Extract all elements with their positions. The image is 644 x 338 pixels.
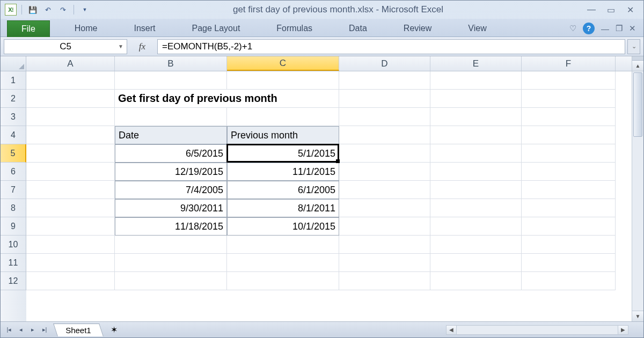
cell[interactable] — [115, 71, 227, 90]
cell[interactable] — [26, 236, 115, 254]
cell[interactable] — [26, 144, 115, 163]
cell[interactable] — [522, 144, 616, 163]
cell[interactable] — [430, 108, 522, 126]
col-header-b[interactable]: B — [115, 56, 227, 71]
cell-prev[interactable]: 6/1/2005 — [227, 181, 339, 199]
row-header-9[interactable]: 9 — [1, 217, 26, 236]
cell[interactable] — [430, 199, 522, 217]
cell[interactable] — [26, 217, 115, 236]
cell[interactable] — [430, 254, 522, 272]
cell[interactable] — [26, 71, 115, 90]
row-header-8[interactable]: 8 — [1, 199, 26, 217]
undo-icon[interactable]: ↶ — [42, 4, 54, 16]
cell[interactable] — [339, 71, 430, 90]
cell[interactable] — [430, 217, 522, 236]
cell[interactable] — [26, 108, 115, 126]
cell[interactable] — [430, 272, 522, 290]
col-header-d[interactable]: D — [339, 56, 430, 71]
cell[interactable] — [227, 272, 339, 290]
row-header-3[interactable]: 3 — [1, 108, 26, 126]
cell[interactable] — [522, 90, 616, 108]
cell-date[interactable]: 7/4/2005 — [115, 181, 227, 199]
cell[interactable] — [522, 71, 616, 90]
file-tab[interactable]: File — [7, 20, 50, 37]
redo-icon[interactable]: ↷ — [57, 4, 69, 16]
cell[interactable] — [227, 71, 339, 90]
cell-prev[interactable]: 8/1/2011 — [227, 199, 339, 217]
hscroll-track[interactable] — [457, 325, 618, 335]
cell-date[interactable]: 6/5/2015 — [115, 144, 227, 163]
cell[interactable] — [339, 236, 430, 254]
ribbon-restore-icon[interactable]: ❐ — [616, 24, 623, 33]
maximize-icon[interactable]: ▭ — [605, 5, 617, 14]
scroll-down-icon[interactable]: ▼ — [632, 311, 643, 321]
cell-grid[interactable]: Get first day of previous month DatePrev… — [26, 71, 643, 321]
row-header-6[interactable]: 6 — [1, 163, 26, 181]
cell[interactable] — [339, 90, 430, 108]
cell[interactable] — [227, 90, 339, 108]
ribbon-minimize-icon[interactable]: — — [601, 24, 609, 33]
customize-qat-icon[interactable]: ▼ — [79, 4, 91, 16]
cell[interactable] — [522, 126, 616, 144]
help-icon[interactable]: ? — [583, 23, 595, 34]
row-header-2[interactable]: 2 — [1, 90, 26, 108]
cell[interactable] — [26, 199, 115, 217]
new-sheet-icon[interactable]: ✶ — [108, 325, 121, 335]
cell[interactable] — [522, 199, 616, 217]
col-header-e[interactable]: E — [430, 56, 522, 71]
scroll-track[interactable] — [632, 71, 643, 311]
row-header-12[interactable]: 12 — [1, 272, 26, 290]
vertical-scrollbar[interactable]: ▲ ▼ — [632, 71, 643, 321]
cell[interactable] — [522, 163, 616, 181]
table-header-date[interactable]: Date — [115, 126, 227, 144]
cell[interactable] — [522, 254, 616, 272]
cell-date[interactable]: 11/18/2015 — [115, 217, 227, 236]
col-header-a[interactable]: A — [26, 56, 115, 71]
cell[interactable] — [522, 272, 616, 290]
cell[interactable] — [522, 217, 616, 236]
cell[interactable] — [26, 126, 115, 144]
cell-date[interactable]: 9/30/2011 — [115, 199, 227, 217]
cell[interactable] — [339, 163, 430, 181]
tab-review[interactable]: Review — [392, 20, 443, 36]
col-header-f[interactable]: F — [522, 56, 616, 71]
tab-data[interactable]: Data — [337, 20, 379, 36]
cell-prev[interactable]: 11/1/2015 — [227, 163, 339, 181]
sheet-title[interactable]: Get first day of previous month — [115, 90, 227, 108]
row-header-5[interactable]: 5 — [1, 144, 26, 163]
tab-formulas[interactable]: Formulas — [265, 20, 324, 36]
cell[interactable] — [430, 181, 522, 199]
cell[interactable] — [339, 199, 430, 217]
ribbon-close-icon[interactable]: ✕ — [629, 24, 636, 33]
excel-icon[interactable]: X⁝ — [5, 4, 17, 16]
cell[interactable] — [339, 181, 430, 199]
cell-prev[interactable]: 5/1/2015 — [227, 144, 339, 163]
cell[interactable] — [430, 90, 522, 108]
cell[interactable] — [430, 126, 522, 144]
cell[interactable] — [430, 71, 522, 90]
formula-bar-expand-icon[interactable]: ⌄ — [627, 39, 640, 54]
scroll-left-icon[interactable]: ◀ — [446, 325, 457, 335]
scroll-right-icon[interactable]: ▶ — [618, 325, 628, 335]
tab-home[interactable]: Home — [63, 20, 109, 36]
cell[interactable] — [339, 126, 430, 144]
fx-icon[interactable]: fx — [129, 39, 155, 54]
cell[interactable] — [339, 217, 430, 236]
cell[interactable] — [26, 181, 115, 199]
cell[interactable] — [522, 181, 616, 199]
cell[interactable] — [339, 108, 430, 126]
sheet-tab-active[interactable]: Sheet1 — [53, 324, 103, 336]
name-box[interactable]: C5 ▼ — [4, 39, 127, 54]
table-header-prev[interactable]: Previous month — [227, 126, 339, 144]
name-box-dropdown-icon[interactable]: ▼ — [118, 43, 123, 49]
sheet-nav-first-icon[interactable]: |◂ — [4, 325, 14, 335]
cell[interactable] — [26, 163, 115, 181]
cell[interactable] — [26, 272, 115, 290]
cell[interactable] — [26, 254, 115, 272]
cell-date[interactable]: 12/19/2015 — [115, 163, 227, 181]
horizontal-scrollbar[interactable]: ◀ ▶ — [122, 325, 640, 335]
cell[interactable] — [339, 254, 430, 272]
sheet-nav-prev-icon[interactable]: ◂ — [16, 325, 26, 335]
row-header-1[interactable]: 1 — [1, 71, 26, 90]
cell[interactable] — [115, 254, 227, 272]
